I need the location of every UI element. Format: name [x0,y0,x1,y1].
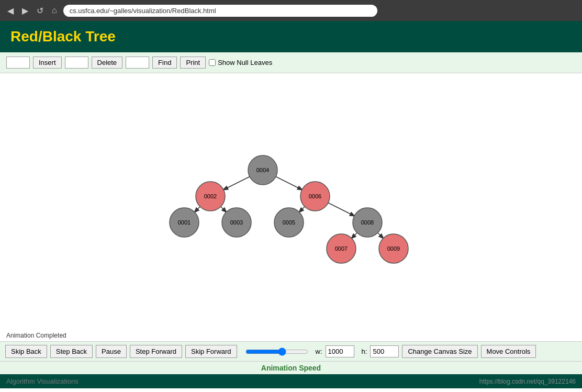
toolbar: Insert Delete Find Print Show Null Leave… [0,52,582,73]
footer-link: https://blog.csdn.net/qq_39122146 [479,378,576,385]
print-button[interactable]: Print [180,57,206,69]
svg-text:0001: 0001 [178,219,191,226]
svg-line-5 [328,203,354,216]
refresh-button[interactable]: ↺ [35,5,46,17]
browser-chrome: ◀ ▶ ↺ ⌂ cs.usfca.edu/~galles/visualizati… [0,0,582,21]
delete-input[interactable] [65,57,88,69]
speed-slider[interactable] [245,348,308,356]
svg-text:0004: 0004 [256,167,269,173]
speed-slider-container [245,348,308,356]
tree-svg: 000400020006000100030005000800070009 [0,73,582,330]
svg-text:0006: 0006 [309,193,321,199]
svg-line-6 [352,233,357,238]
svg-text:0005: 0005 [283,219,295,226]
algo-title: Algorithm Visualizations [6,377,79,385]
skip-forward-button[interactable]: Skip Forward [185,345,237,358]
show-null-leaves-label[interactable]: Show Null Leaves [209,59,272,66]
change-canvas-button[interactable]: Change Canvas Size [402,345,477,358]
footer: Algorithm Visualizations https://blog.cs… [0,374,582,388]
svg-text:0002: 0002 [204,193,217,199]
height-label: h: [362,348,367,355]
app-title: Red/Black Tree [10,28,116,44]
width-input[interactable] [326,345,354,357]
app-header: Red/Black Tree [0,21,582,52]
animation-speed-label: Animation Speed [261,364,321,372]
svg-line-7 [378,233,383,238]
show-null-leaves-checkbox[interactable] [209,59,216,66]
pause-button[interactable]: Pause [96,345,127,358]
step-forward-button[interactable]: Step Forward [130,345,182,358]
svg-text:0003: 0003 [230,219,243,226]
delete-button[interactable]: Delete [92,57,123,69]
svg-text:0009: 0009 [387,245,400,252]
find-button[interactable]: Find [152,57,177,69]
svg-line-2 [195,207,200,212]
svg-line-4 [299,207,305,212]
find-input[interactable] [126,57,149,69]
controls-bar: Skip Back Step Back Pause Step Forward S… [0,341,582,361]
insert-button[interactable]: Insert [33,57,62,69]
url-bar[interactable]: cs.usfca.edu/~galles/visualization/RedBl… [63,5,377,17]
forward-button[interactable]: ▶ [20,5,30,17]
status-message: Animation Completed [6,332,66,339]
step-back-button[interactable]: Step Back [50,345,93,358]
insert-input[interactable] [6,57,30,69]
animation-speed-bar: Animation Speed [0,361,582,374]
skip-back-button[interactable]: Skip Back [5,345,47,358]
canvas-area: 000400020006000100030005000800070009 [0,73,582,330]
svg-text:0007: 0007 [335,245,348,252]
home-button[interactable]: ⌂ [50,5,59,16]
svg-text:0008: 0008 [361,219,374,226]
svg-line-1 [276,177,302,190]
width-label: w: [316,348,322,355]
svg-line-0 [223,177,250,190]
back-button[interactable]: ◀ [5,5,16,17]
height-input[interactable] [370,345,399,357]
move-controls-button[interactable]: Move Controls [481,345,536,358]
status-bar: Animation Completed [0,330,582,341]
svg-line-3 [221,207,226,212]
